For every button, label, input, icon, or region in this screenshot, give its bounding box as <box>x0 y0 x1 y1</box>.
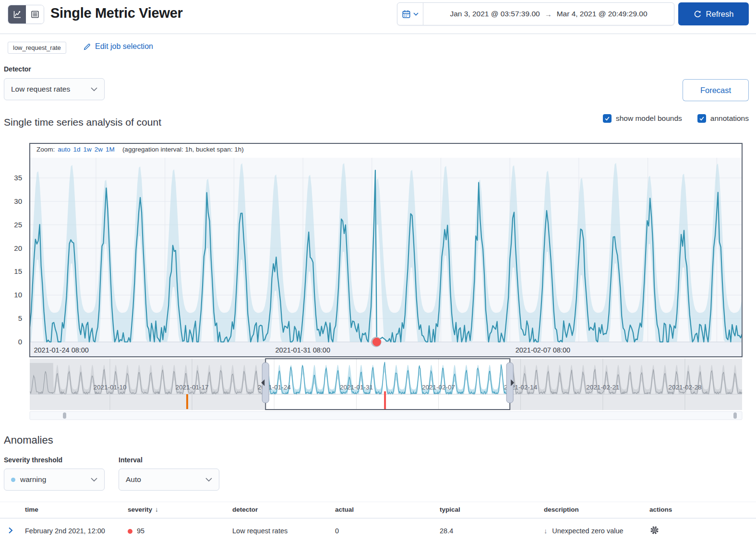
svg-text:10: 10 <box>14 291 22 299</box>
interval-value: Auto <box>126 475 141 484</box>
context-scrollbar-track[interactable] <box>30 411 742 420</box>
series-section-title: Single time series analysis of count <box>4 117 161 128</box>
annotation-marker-critical[interactable] <box>384 391 386 410</box>
svg-text:5: 5 <box>18 314 22 322</box>
table-view-toggle-button[interactable] <box>26 5 44 23</box>
arrow-down-icon: ↓ <box>544 527 547 535</box>
chevron-right-icon <box>7 527 14 534</box>
view-toggle-group <box>8 5 44 24</box>
refresh-icon <box>694 10 702 18</box>
anomaly-severity-cell: 95 <box>124 518 228 540</box>
svg-text:2021-02-07: 2021-02-07 <box>422 384 455 391</box>
severity-threshold-label: Severity threshold <box>4 456 62 464</box>
chart-options: show model bounds annotations <box>603 114 749 123</box>
sort-descending-icon: ↓ <box>155 506 158 513</box>
svg-text:2021-02-28: 2021-02-28 <box>668 384 701 391</box>
svg-text:15: 15 <box>14 267 22 275</box>
table-view-icon <box>30 10 40 19</box>
anomaly-actions-cell <box>646 518 756 540</box>
typical-column-header[interactable]: typical <box>436 502 540 518</box>
svg-text:35: 35 <box>14 174 22 182</box>
date-picker-menu-button[interactable] <box>397 3 423 25</box>
anomaly-description-cell: ↓Unexpected zero value <box>540 518 646 540</box>
show-model-bounds-label: show model bounds <box>616 114 682 123</box>
detector-select[interactable]: Low request rates <box>4 78 105 100</box>
anomaly-typical-cell: 28.4 <box>436 518 540 540</box>
detector-label: Detector <box>4 65 31 73</box>
gear-icon <box>649 525 660 535</box>
anomaly-time-cell: February 2nd 2021, 12:00 <box>21 518 124 540</box>
date-range-start: Jan 3, 2021 @ 03:57:39.00 <box>450 10 540 18</box>
table-header-row: time severity↓ detector actual typical d… <box>0 502 756 518</box>
severity-column-header[interactable]: severity↓ <box>124 502 228 518</box>
scrollbar-thumb-left[interactable] <box>63 412 66 419</box>
forecast-button[interactable]: Forecast <box>683 79 749 101</box>
anomaly-marker-dot[interactable] <box>372 338 381 346</box>
chevron-down-icon <box>205 478 212 481</box>
svg-text:2021-01-10: 2021-01-10 <box>93 384 126 391</box>
expander-column-header <box>0 502 21 518</box>
detector-column-header[interactable]: detector <box>228 502 331 518</box>
anomalies-table: time severity↓ detector actual typical d… <box>0 502 756 540</box>
zoom-controls: Zoom: auto 1d 1w 2w 1M (aggregation inte… <box>36 146 244 153</box>
calendar-icon <box>402 10 411 19</box>
severity-threshold-select[interactable]: warning <box>4 469 105 491</box>
show-model-bounds-checkbox[interactable]: show model bounds <box>603 114 682 123</box>
date-range-end: Mar 4, 2021 @ 20:49:29.00 <box>557 10 648 18</box>
date-range-display[interactable]: Jan 3, 2021 @ 03:57:39.00 → Mar 4, 2021 … <box>423 3 674 25</box>
actions-column-header: actions <box>646 502 756 518</box>
zoom-link-1M[interactable]: 1M <box>106 146 115 153</box>
job-id-badge: low_request_rate <box>8 42 66 54</box>
svg-text:30: 30 <box>14 197 22 205</box>
date-range-arrow-icon: → <box>545 10 552 18</box>
row-expand-button[interactable] <box>6 526 15 537</box>
aggregation-note: (aggregation interval: 1h, bucket span: … <box>122 146 244 153</box>
anomalies-title: Anomalies <box>4 434 53 446</box>
chart-view-toggle-button[interactable] <box>8 5 26 23</box>
row-actions-gear-button[interactable] <box>649 525 660 537</box>
interval-label: Interval <box>119 456 143 464</box>
pencil-icon <box>83 43 91 51</box>
critical-severity-dot <box>128 529 132 534</box>
svg-text:2021-02-07 08:00: 2021-02-07 08:00 <box>516 346 571 354</box>
checkbox-checked-icon <box>603 114 612 123</box>
single-metric-viewer-page: Single Metric Viewer Jan 3, 2021 @ 03:57… <box>0 0 756 540</box>
svg-text:2021-02-21: 2021-02-21 <box>586 384 619 391</box>
zoom-link-auto[interactable]: auto <box>58 146 70 153</box>
zoom-link-2w[interactable]: 2w <box>95 146 103 153</box>
line-chart-icon <box>12 10 22 19</box>
annotation-marker-warning[interactable] <box>186 394 188 409</box>
svg-text:2021-01-24 08:00: 2021-01-24 08:00 <box>34 346 88 354</box>
interval-select[interactable]: Auto <box>119 469 219 491</box>
zoom-link-1w[interactable]: 1w <box>84 146 92 153</box>
description-column-header[interactable]: description <box>540 502 646 518</box>
annotations-label: annotations <box>710 114 749 123</box>
scrollbar-thumb-right[interactable] <box>733 412 737 419</box>
focus-x-axis-band <box>30 342 742 356</box>
zoom-prefix: Zoom: <box>36 146 55 153</box>
svg-text:20: 20 <box>14 244 22 252</box>
anomaly-actual-cell: 0 <box>331 518 436 540</box>
checkbox-checked-icon <box>697 114 706 123</box>
date-range-picker: Jan 3, 2021 @ 03:57:39.00 → Mar 4, 2021 … <box>397 2 674 25</box>
chevron-down-icon <box>413 12 419 16</box>
edit-job-selection-link[interactable]: Edit job selection <box>83 42 153 51</box>
actual-column-header[interactable]: actual <box>331 502 436 518</box>
svg-text:25: 25 <box>14 221 22 229</box>
time-column-header[interactable]: time <box>21 502 124 518</box>
annotations-checkbox[interactable]: annotations <box>697 114 749 123</box>
svg-text:2021-01-31 08:00: 2021-01-31 08:00 <box>276 346 331 354</box>
page-title: Single Metric Viewer <box>50 5 183 21</box>
refresh-label: Refresh <box>706 10 734 19</box>
header-divider <box>0 34 756 34</box>
svg-text:2021-01-17: 2021-01-17 <box>176 384 209 391</box>
svg-text:0: 0 <box>18 338 22 346</box>
zoom-link-1d[interactable]: 1d <box>73 146 81 153</box>
refresh-button[interactable]: Refresh <box>678 2 749 25</box>
anomaly-table-row: February 2nd 2021, 12:00 95 Low request … <box>0 518 756 540</box>
edit-job-selection-label: Edit job selection <box>95 42 153 51</box>
svg-text:2021-01-31: 2021-01-31 <box>340 384 373 391</box>
chevron-down-icon <box>91 87 97 91</box>
timeseries-chart: 051015202530352021-01-24 08:002021-01-31… <box>0 143 756 422</box>
detector-value: Low request rates <box>11 85 70 94</box>
